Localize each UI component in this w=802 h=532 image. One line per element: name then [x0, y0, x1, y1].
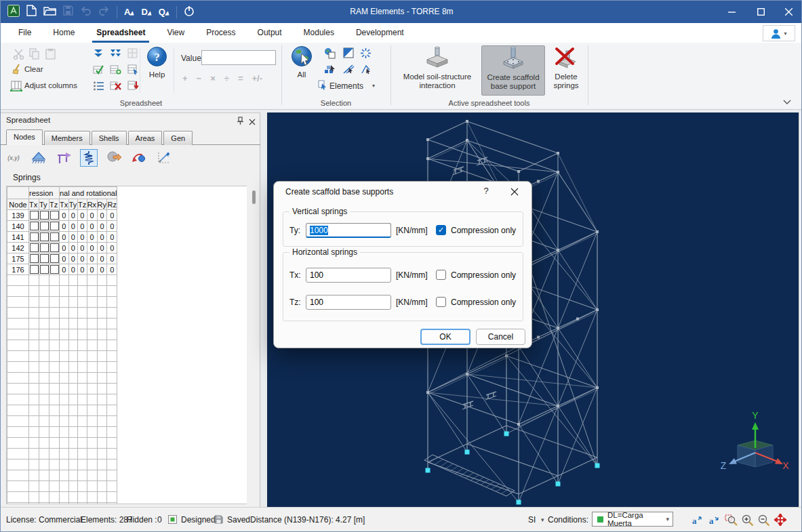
- table-cell-empty[interactable]: [60, 405, 69, 416]
- table-cell-empty[interactable]: [87, 492, 97, 503]
- table-cell-empty[interactable]: [39, 297, 49, 308]
- table-cell-empty[interactable]: [87, 384, 97, 394]
- table-cell-empty[interactable]: [78, 459, 87, 470]
- table-cell-empty[interactable]: [78, 319, 87, 329]
- table-cell-empty[interactable]: [97, 459, 107, 470]
- springs-tool[interactable]: [80, 149, 98, 167]
- table-cell-empty[interactable]: [29, 275, 39, 286]
- checkbox[interactable]: [40, 254, 49, 263]
- table-cell-empty[interactable]: [39, 449, 49, 459]
- table-cell-empty[interactable]: [49, 492, 60, 503]
- table-cell-node[interactable]: 141: [7, 232, 29, 243]
- table-cell-empty[interactable]: [29, 329, 39, 340]
- table-cell-empty[interactable]: [39, 362, 49, 373]
- table-cell-empty[interactable]: [97, 438, 107, 449]
- table-cell-empty[interactable]: [7, 308, 29, 319]
- table-cell-empty[interactable]: [107, 384, 117, 394]
- select-special-icon[interactable]: [324, 64, 336, 77]
- checkbox[interactable]: [40, 222, 49, 230]
- table-cell-empty[interactable]: [7, 384, 29, 394]
- table-cell-empty[interactable]: [39, 438, 49, 449]
- panel-tab-areas[interactable]: Areas: [128, 131, 163, 145]
- table-cell-value[interactable]: 0: [60, 221, 69, 232]
- table-cell-empty[interactable]: [97, 470, 107, 481]
- table-cell-value[interactable]: 0: [78, 210, 87, 221]
- table-cell-empty[interactable]: [29, 492, 39, 503]
- table-cell-empty[interactable]: [78, 481, 87, 492]
- table-cell-empty[interactable]: [68, 319, 77, 329]
- menu-tab-modules[interactable]: Modules: [293, 23, 345, 43]
- table-cell-empty[interactable]: [78, 427, 87, 438]
- table-cell-empty[interactable]: [78, 394, 87, 405]
- table-cell-empty[interactable]: [39, 275, 49, 286]
- table-cell-empty[interactable]: [87, 481, 97, 492]
- table-cell-empty[interactable]: [78, 275, 87, 286]
- table-cell-empty[interactable]: [49, 416, 60, 427]
- condition-dropdown[interactable]: DL=Carga Muerta ▾: [592, 512, 673, 527]
- table-cell-empty[interactable]: [29, 297, 39, 308]
- table-cell-value[interactable]: 0: [107, 253, 117, 264]
- checkbox[interactable]: [50, 222, 59, 230]
- table-cell-empty[interactable]: [107, 373, 117, 384]
- table-cell-empty[interactable]: [87, 416, 97, 427]
- table-cell-checkbox[interactable]: [39, 253, 49, 264]
- table-cell-empty[interactable]: [29, 384, 39, 394]
- table-cell-empty[interactable]: [107, 405, 117, 416]
- table-cell-empty[interactable]: [7, 297, 29, 308]
- add-row-icon[interactable]: [110, 64, 121, 77]
- table-cell-checkbox[interactable]: [49, 243, 60, 253]
- table-cell-empty[interactable]: [87, 340, 97, 351]
- dialog-close-button[interactable]: [508, 185, 521, 199]
- table-cell-empty[interactable]: [60, 416, 69, 427]
- checkbox[interactable]: [30, 243, 39, 252]
- zoom-out-icon[interactable]: [758, 514, 770, 529]
- table-cell-value[interactable]: 0: [68, 210, 77, 221]
- menu-tab-file[interactable]: File: [7, 23, 42, 43]
- table-cell-value[interactable]: 0: [107, 264, 117, 275]
- table-cell-empty[interactable]: [60, 286, 69, 297]
- table-cell-node[interactable]: 175: [7, 253, 29, 264]
- account-button[interactable]: ▾: [763, 25, 795, 41]
- table-cell-empty[interactable]: [60, 492, 69, 503]
- table-cell-empty[interactable]: [68, 449, 77, 459]
- table-cell-empty[interactable]: [7, 449, 29, 459]
- table-cell-empty[interactable]: [29, 438, 39, 449]
- table-cell-empty[interactable]: [60, 297, 69, 308]
- create-scaffold-base-support-button[interactable]: Create scaffoldbase support: [481, 45, 545, 96]
- table-cell-value[interactable]: 0: [107, 232, 117, 243]
- table-cell-empty[interactable]: [78, 351, 87, 362]
- dialog-help-button[interactable]: ?: [480, 186, 492, 196]
- table-cell-empty[interactable]: [107, 319, 117, 329]
- table-cell-empty[interactable]: [97, 373, 107, 384]
- table-cell-node[interactable]: 139: [7, 210, 29, 221]
- table-cell-checkbox[interactable]: [39, 221, 49, 232]
- table-cell-empty[interactable]: [97, 405, 107, 416]
- table-cell-value[interactable]: 0: [97, 253, 107, 264]
- menu-tab-home[interactable]: Home: [42, 23, 85, 43]
- menu-tab-development[interactable]: Development: [345, 23, 415, 43]
- coordinates-tool[interactable]: (x,y): [5, 149, 22, 167]
- table-cell-empty[interactable]: [68, 492, 77, 503]
- open-file-button[interactable]: [43, 5, 56, 18]
- table-cell-empty[interactable]: [68, 308, 77, 319]
- table-cell-empty[interactable]: [49, 459, 60, 470]
- table-cell-empty[interactable]: [60, 470, 69, 481]
- table-cell-value[interactable]: 0: [68, 253, 77, 264]
- table-cell-empty[interactable]: [60, 481, 69, 492]
- table-cell-value[interactable]: 0: [107, 243, 117, 253]
- table-cell-empty[interactable]: [87, 329, 97, 340]
- table-cell-empty[interactable]: [97, 297, 107, 308]
- table-cell-empty[interactable]: [7, 286, 29, 297]
- table-cell-value[interactable]: 0: [68, 243, 77, 253]
- checkbox[interactable]: [50, 211, 59, 220]
- releases-tool[interactable]: [105, 149, 123, 167]
- table-cell-empty[interactable]: [107, 438, 117, 449]
- table-cell-empty[interactable]: [97, 308, 107, 319]
- table-cell-empty[interactable]: [60, 384, 69, 394]
- table-cell-empty[interactable]: [39, 319, 49, 329]
- table-cell-checkbox[interactable]: [49, 253, 60, 264]
- table-cell-empty[interactable]: [78, 503, 87, 505]
- table-cell-empty[interactable]: [107, 329, 117, 340]
- move-down-icon[interactable]: [93, 48, 104, 61]
- elements-dropdown[interactable]: Elements: [329, 81, 363, 91]
